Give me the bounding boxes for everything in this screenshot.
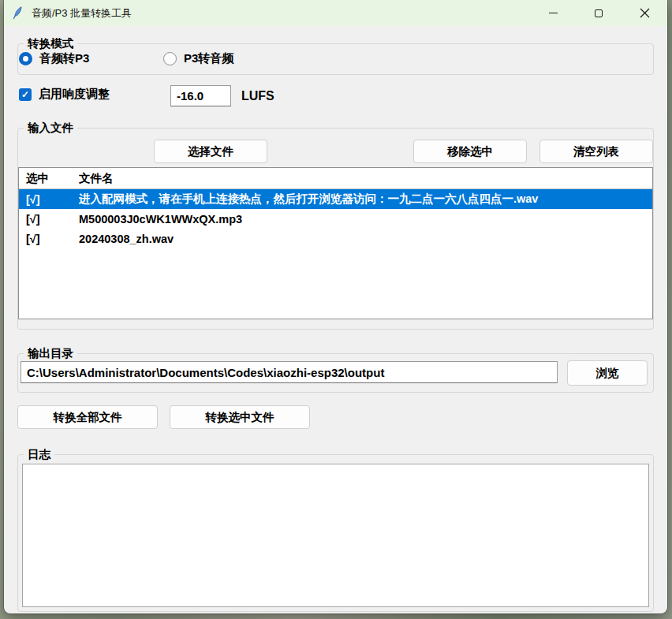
output-path-input[interactable]: C:\Users\Administrator\Documents\Codes\x… [21, 361, 558, 383]
loudness-checkbox[interactable]: ✓ 启用响度调整 [19, 87, 110, 102]
table-row-3[interactable]: [√] 20240308_zh.wav [19, 229, 652, 248]
radio-p3-to-audio[interactable]: P3转音频 [163, 51, 233, 66]
close-button[interactable] [622, 0, 667, 26]
radio-unselected-icon [163, 52, 177, 65]
loudness-checkbox-label: 启用响度调整 [39, 87, 110, 102]
maximize-icon [595, 9, 603, 17]
maximize-button[interactable] [576, 0, 622, 26]
radio-audio-to-p3[interactable]: 音频转P3 [19, 51, 89, 66]
select-files-button[interactable]: 选择文件 [154, 140, 267, 163]
row-filename: 进入配网模式，请在手机上连接热点，然后打开浏览器访问：一九二点一六八点四点一.w… [79, 192, 652, 207]
row-check-mark: [√] [19, 233, 79, 245]
log-group-label: 日志 [24, 448, 54, 461]
log-group: 日志 [17, 454, 654, 612]
mode-group-label: 转换模式 [24, 37, 77, 50]
file-list-table: 选中 文件名 [√] 进入配网模式，请在手机上连接热点，然后打开浏览器访问：一九… [18, 167, 653, 319]
row-check-mark: [√] [19, 213, 79, 226]
row-filename: M500003J0cWK1WWxQX.mp3 [79, 213, 652, 226]
app-window: 音频/P3 批量转换工具 [4, 0, 667, 613]
window-controls [530, 0, 667, 26]
app-feather-icon [12, 6, 24, 20]
file-table-header: 选中 文件名 [19, 168, 652, 189]
clear-list-button[interactable]: 清空列表 [539, 140, 653, 163]
row-check-mark: [√] [19, 193, 79, 206]
check-glyph: ✓ [21, 89, 29, 100]
minimize-icon [549, 13, 558, 13]
desktop-background: 音频/P3 批量转换工具 [0, 0, 672, 619]
row-filename: 20240308_zh.wav [79, 233, 652, 245]
radio-selected-icon [19, 52, 32, 65]
log-textarea[interactable] [22, 464, 649, 607]
mode-group: 转换模式 [17, 43, 654, 75]
minimize-button[interactable] [530, 0, 576, 26]
output-dir-group-label: 输出目录 [24, 347, 77, 360]
table-row-2[interactable]: [√] M500003J0cWK1WWxQX.mp3 [19, 209, 652, 229]
convert-selected-button[interactable]: 转换选中文件 [170, 405, 310, 429]
titlebar[interactable]: 音频/P3 批量转换工具 [4, 0, 667, 26]
close-icon [640, 8, 650, 18]
window-body: 转换模式 音频转P3 P3转音频 ✓ 启用响度调整 -16.0 LUFS 输 [4, 26, 667, 613]
remove-selected-button[interactable]: 移除选中 [413, 140, 527, 163]
convert-all-button[interactable]: 转换全部文件 [17, 405, 158, 429]
lufs-value-input[interactable]: -16.0 [170, 85, 231, 106]
window-title: 音频/P3 批量转换工具 [32, 6, 132, 21]
checkbox-checked-icon: ✓ [19, 88, 32, 101]
radio-audio-to-p3-label: 音频转P3 [39, 51, 89, 66]
lufs-unit-label: LUFS [241, 89, 274, 103]
header-checked-column[interactable]: 选中 [19, 171, 79, 186]
radio-p3-to-audio-label: P3转音频 [184, 51, 233, 66]
input-files-group-label: 输入文件 [24, 121, 77, 135]
header-filename-column[interactable]: 文件名 [79, 171, 652, 186]
browse-button[interactable]: 浏览 [567, 360, 648, 386]
table-row-1[interactable]: [√] 进入配网模式，请在手机上连接热点，然后打开浏览器访问：一九二点一六八点四… [19, 189, 652, 209]
